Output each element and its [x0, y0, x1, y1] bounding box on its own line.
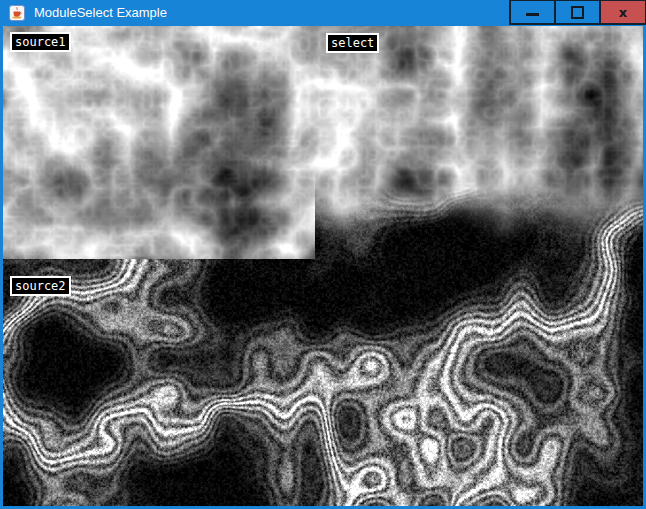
close-button[interactable]: x — [599, 0, 646, 25]
label-source1: source1 — [10, 32, 71, 52]
minimize-button[interactable] — [509, 0, 556, 25]
window: ModuleSelect Example x source1 select so… — [0, 0, 646, 509]
minimize-icon — [526, 13, 539, 16]
maximize-icon — [571, 6, 584, 19]
window-title: ModuleSelect Example — [34, 0, 167, 26]
noise-render-canvas — [3, 26, 643, 506]
render-area: source1 select source2 — [3, 26, 643, 506]
window-controls: x — [511, 0, 646, 25]
titlebar[interactable]: ModuleSelect Example x — [0, 0, 646, 26]
label-source2: source2 — [10, 276, 71, 296]
maximize-button[interactable] — [554, 0, 601, 25]
java-app-icon[interactable] — [9, 5, 25, 21]
close-icon: x — [619, 6, 627, 19]
label-select: select — [326, 33, 379, 53]
